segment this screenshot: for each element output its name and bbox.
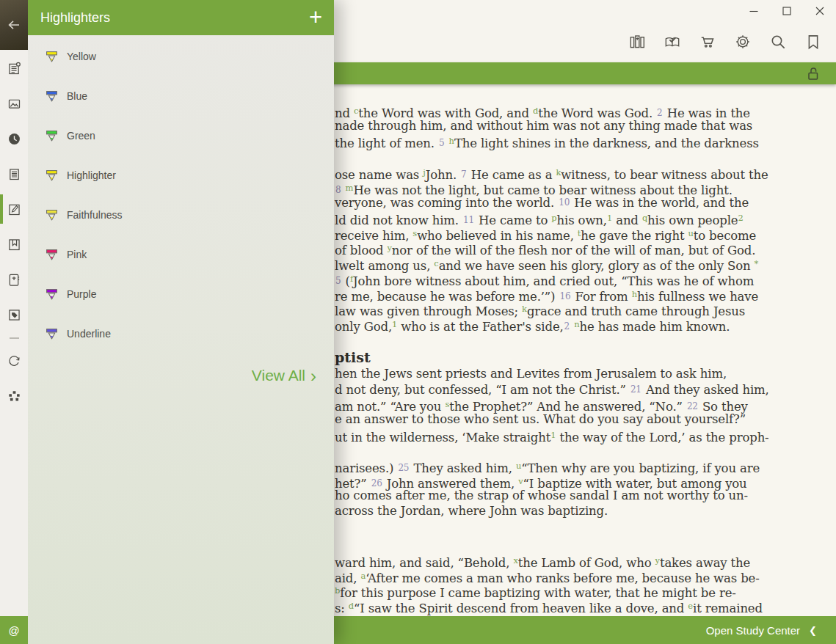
library-icon[interactable] [628,32,647,51]
documents-icon [7,167,22,182]
store-cart-icon[interactable] [698,32,717,51]
highlighter-tip-icon [46,51,58,63]
at-icon[interactable]: @ [8,624,19,637]
sidebar-footer[interactable]: @ [0,616,28,644]
annotations-icon [7,61,22,76]
scripture-line: aid, a‘After me comes a man who ranks be… [335,568,763,584]
highlighter-label: Faithfulness [67,209,122,221]
scripture-paragraph: hen the Jews sent priests and Levites fr… [335,367,769,442]
section-heading: ptist [335,349,371,365]
highlighter-tip-icon [46,130,58,142]
sidebar-item-workspaces[interactable] [0,378,28,414]
scripture-paragraph: ose name was jJohn. 7 He came as a kwitn… [335,165,768,332]
sidebar-item-highlights[interactable] [0,191,28,227]
sidebar-item-documents[interactable] [0,156,28,191]
sidebar-item-tags[interactable] [0,297,28,332]
highlighter-label: Underline [67,328,111,340]
highlighter-label: Pink [67,249,87,260]
app-window: nd cthe Word was with God, and dthe Word… [0,0,836,644]
scripture-line: narisees.) 25 They asked him, u“Then why… [335,458,760,474]
highlighter-label: Purple [67,288,96,300]
bookmarks-icon [7,237,22,252]
scripture-line: 8 mHe was not the light, but came to bea… [335,180,768,196]
scripture-line: ward him, and said, “Behold, xthe Lamb o… [335,553,763,568]
bookmark-icon[interactable] [804,32,823,51]
sync-icon [7,354,22,369]
highlighter-label: Blue [67,90,87,102]
settings-gear-icon[interactable] [733,32,752,51]
sidebar-icons [0,51,28,414]
highlighter-list: YellowBlueGreenHighlighterFaithfulnessPi… [28,35,334,354]
scripture-line: nade through him, and without him was no… [335,119,759,134]
view-all-link[interactable]: View All › [252,367,316,384]
chevron-right-icon: › [310,368,316,384]
scripture-paragraph: ward him, and said, “Behold, xthe Lamb o… [335,553,763,614]
highlighter-item-yellow[interactable]: Yellow [28,37,334,76]
images-icon [7,96,22,111]
scripture-line: het?” 26 John answered them, v“I baptize… [335,474,760,489]
highlighter-tip-icon [46,169,58,182]
search-icon[interactable] [768,32,788,51]
scripture-line: nd cthe Word was with God, and dthe Word… [335,103,759,119]
highlighter-tip-icon [46,90,58,103]
history-clock-icon [7,131,22,147]
sidebar-item-sync[interactable] [0,343,28,378]
scripture-line: the light of men. 5 hThe light shines in… [335,133,759,149]
scripture-line: s: d“I saw the Spirit descend from heave… [335,599,763,614]
close-icon[interactable] [815,6,825,16]
highlighter-tip-icon [46,328,58,340]
highlighter-item-underline[interactable]: Underline [28,314,334,354]
sidebar-header [0,0,28,50]
open-study-center-label[interactable]: Open Study Center [706,624,800,637]
scripture-text[interactable]: nd cthe Word was with God, and dthe Word… [335,84,836,616]
highlighter-item-blue[interactable]: Blue [28,76,334,116]
scripture-line: am not.” “Are you sthe Prophet?” And he … [335,397,769,412]
highlighter-tip-icon [46,209,58,222]
sidebar-item-bible[interactable] [0,262,28,297]
scripture-line: lwelt among us, cand we have seen his gl… [335,256,768,271]
scripture-line: only God,1 who is at the Father's side,2… [335,317,768,332]
scripture-line: 5 (fJohn bore witness about him, and cri… [335,271,768,287]
view-all-label[interactable]: View All [252,367,305,384]
scripture-line: re me, because he was before me.’”) 16 F… [335,287,768,302]
sidebar-item-history[interactable] [0,121,28,156]
panel-title: Highlighters [28,10,110,26]
highlighter-tip-icon [46,249,58,261]
study-icon[interactable] [663,32,682,51]
scripture-paragraph: narisees.) 25 They asked him, u“Then why… [335,458,760,519]
sidebar-item-annotations[interactable] [0,51,28,86]
scripture-line: across the Jordan, where John was baptiz… [335,504,760,519]
highlighter-label: Highlighter [67,169,116,181]
sidebar: @ [0,0,28,644]
highlighter-item-highlighter[interactable]: Highlighter [28,155,334,195]
sidebar-item-bookmarks[interactable] [0,227,28,262]
highlighter-item-purple[interactable]: Purple [28,274,334,314]
scripture-line: law was given through Moses; kgrace and … [335,301,768,317]
scripture-line: ho comes after me, the strap of whose sa… [335,489,760,504]
scripture-line: ose name was jJohn. 7 He came as a kwitn… [335,165,768,180]
scripture-line: of blood ynor of the will of the flesh n… [335,241,768,256]
workspaces-icon [7,389,22,404]
minimize-icon[interactable] [749,6,759,16]
highlighter-item-faithfulness[interactable]: Faithfulness [28,195,334,235]
scripture-line: d not deny, but confessed, “I am not the… [335,382,769,398]
sidebar-divider [0,332,28,343]
panel-header: Highlighters + [28,0,334,35]
scripture-line: hen the Jews sent priests and Levites fr… [335,367,769,382]
highlighters-panel: Highlighters + YellowBlueGreenHighlighte… [28,0,334,644]
tags-icon [7,307,22,323]
sidebar-item-images[interactable] [0,86,28,121]
scripture-line: bfor this purpose I came baptizing with … [335,583,763,599]
highlighter-tip-icon [46,288,58,301]
maximize-icon[interactable] [782,6,792,16]
scripture-line: e an answer to those who sent us. What d… [335,412,769,428]
unlocked-padlock-icon[interactable] [805,65,821,82]
back-arrow-icon[interactable] [7,18,21,32]
highlights-pencil-icon [7,202,22,217]
highlighter-label: Yellow [67,51,96,62]
add-highlighter-button[interactable]: + [309,1,322,34]
main-toolbar [628,32,823,51]
highlighter-item-pink[interactable]: Pink [28,235,334,274]
scripture-line: veryone, was coming into the world. 10 H… [335,195,768,211]
highlighter-item-green[interactable]: Green [28,116,334,155]
